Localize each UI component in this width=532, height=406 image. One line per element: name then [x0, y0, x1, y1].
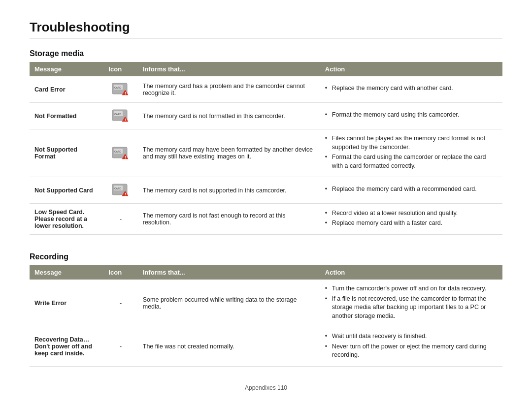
row-informs: The memory card is not formatted in this… — [138, 103, 320, 129]
svg-text:CARD: CARD — [114, 86, 122, 89]
recording-title: Recording — [30, 252, 502, 261]
row-message: Card Error — [30, 76, 103, 103]
storage-media-table: Message Icon Informs that... Action Card… — [30, 62, 502, 235]
recording-col-message: Message — [30, 265, 103, 280]
storage-col-informs: Informs that... — [138, 62, 320, 76]
memory-card-icon: CARD ! — [111, 81, 130, 96]
storage-col-icon: Icon — [103, 62, 137, 76]
action-item: Format the memory card using this camcor… — [325, 111, 498, 120]
row-message: Low Speed Card. Please record at a lower… — [30, 204, 103, 235]
row-message: Recovering Data… Don't power off and kee… — [30, 327, 103, 367]
recording-col-informs: Informs that... — [138, 265, 320, 280]
page-title: Troubleshooting — [30, 20, 502, 35]
action-item: Files cannot be played as the memory car… — [325, 134, 498, 152]
table-row: Not Supported Card CARD ! The memory car… — [30, 177, 502, 204]
action-item: If a file is not recovered, use the camc… — [325, 295, 498, 321]
svg-text:CARD: CARD — [114, 187, 122, 190]
row-informs: The file was not created normally. — [138, 327, 320, 367]
memory-card-icon: CARD ! — [111, 108, 130, 123]
row-action: Wait until data recovery is finished.Nev… — [320, 327, 502, 367]
action-item: Never turn off the power or eject the me… — [325, 343, 498, 360]
action-item: Replace the memory card with another car… — [325, 84, 498, 93]
svg-text:CARD: CARD — [114, 113, 122, 116]
recording-table: Message Icon Informs that... Action Writ… — [30, 265, 502, 367]
storage-col-action: Action — [320, 62, 502, 76]
row-action: Record video at a lower resolution and q… — [320, 204, 502, 235]
row-icon: CARD ! — [103, 76, 137, 103]
row-icon: - — [103, 280, 137, 327]
storage-media-title: Storage media — [30, 49, 502, 58]
action-item: Wait until data recovery is finished. — [325, 332, 498, 341]
row-informs: The memory card is not supported in this… — [138, 177, 320, 204]
svg-text:!: ! — [125, 91, 126, 95]
row-informs: The memory card is not fast enough to re… — [138, 204, 320, 235]
table-row: Card Error CARD ! The memory card has a … — [30, 76, 502, 103]
table-row: Recovering Data… Don't power off and kee… — [30, 327, 502, 367]
row-message: Not Formatted — [30, 103, 103, 129]
row-action: Format the memory card using this camcor… — [320, 103, 502, 129]
action-item: Format the card using the camcorder or r… — [325, 153, 498, 170]
memory-card-icon: CARD ! — [111, 145, 130, 160]
row-icon: CARD ! — [103, 177, 137, 204]
action-item: Replace memory card with a faster card. — [325, 219, 498, 228]
svg-text:CARD: CARD — [114, 150, 122, 153]
row-action: Replace the memory card with another car… — [320, 76, 502, 103]
title-divider — [30, 38, 502, 38]
row-icon: CARD ! — [103, 103, 137, 129]
svg-text:!: ! — [125, 155, 126, 159]
action-item: Replace the memory card with a recommend… — [325, 185, 498, 194]
table-row: Not Formatted CARD ! The memory card is … — [30, 103, 502, 129]
memory-card-icon: CARD ! — [111, 182, 130, 197]
action-item: Turn the camcorder's power off and on fo… — [325, 284, 498, 293]
row-icon: - — [103, 204, 137, 235]
row-message: Write Error — [30, 280, 103, 327]
row-action: Turn the camcorder's power off and on fo… — [320, 280, 502, 327]
row-message: Not Supported Card — [30, 177, 103, 204]
table-row: Low Speed Card. Please record at a lower… — [30, 204, 502, 235]
row-action: Files cannot be played as the memory car… — [320, 129, 502, 177]
recording-col-icon: Icon — [103, 265, 137, 280]
table-row: Not Supported Format CARD ! The memory c… — [30, 129, 502, 177]
footer: Appendixes 110 — [30, 384, 502, 391]
row-informs: The memory card has a problem and the ca… — [138, 76, 320, 103]
row-icon: - — [103, 327, 137, 367]
row-icon: CARD ! — [103, 129, 137, 177]
table-row: Write Error-Some problem occurred while … — [30, 280, 502, 327]
row-action: Replace the memory card with a recommend… — [320, 177, 502, 204]
row-message: Not Supported Format — [30, 129, 103, 177]
row-informs: Some problem occurred while writing data… — [138, 280, 320, 327]
svg-text:!: ! — [125, 118, 126, 122]
row-informs: The memory card may have been formatted … — [138, 129, 320, 177]
svg-text:!: ! — [125, 192, 126, 196]
recording-col-action: Action — [320, 265, 502, 280]
action-item: Record video at a lower resolution and q… — [325, 209, 498, 218]
storage-col-message: Message — [30, 62, 103, 76]
